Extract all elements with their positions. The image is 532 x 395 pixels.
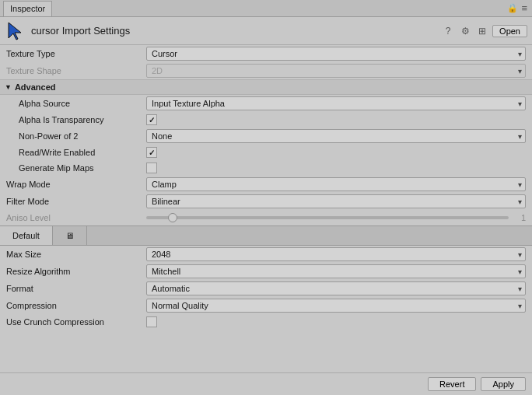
alpha-transparency-label: Alpha Is Transparency: [6, 115, 146, 124]
read-write-label: Read/Write Enabled: [6, 148, 146, 157]
crunch-value: [146, 316, 526, 327]
inspector-tab[interactable]: Inspector: [3, 1, 52, 16]
content-area: Texture Type Cursor Texture Shape 2D: [0, 45, 532, 330]
texture-type-dropdown-wrap: Cursor: [146, 47, 526, 61]
format-value: Automatic: [146, 281, 526, 295]
aniso-level-value: 1: [146, 213, 526, 222]
texture-type-row: Texture Type Cursor: [0, 45, 532, 62]
filter-mode-label: Filter Mode: [6, 197, 146, 206]
monitor-icon: 🖥: [65, 231, 74, 240]
generate-mip-label: Generate Mip Maps: [6, 163, 146, 173]
default-tab-label: Default: [12, 231, 40, 240]
texture-type-value: Cursor: [146, 47, 526, 61]
cursor-icon: [5, 20, 26, 42]
resize-dropdown-wrap: Mitchell: [146, 264, 526, 278]
advanced-section[interactable]: ▼ Advanced: [0, 79, 532, 95]
alpha-source-value: Input Texture Alpha: [146, 96, 526, 110]
generate-mip-checkbox[interactable]: [146, 163, 157, 173]
apply-button[interactable]: Apply: [481, 377, 526, 391]
advanced-label: Advanced: [15, 82, 56, 92]
max-size-row: Max Size 2048: [0, 246, 532, 263]
texture-type-dropdown[interactable]: Cursor: [146, 47, 526, 61]
wrap-mode-value: Clamp: [146, 177, 526, 191]
alpha-transparency-checkbox[interactable]: [146, 114, 157, 125]
resize-label: Resize Algorithm: [6, 267, 146, 276]
crunch-label: Use Crunch Compression: [6, 317, 146, 327]
menu-icon[interactable]: ≡: [521, 2, 527, 14]
header-title: cursor Import Settings: [31, 25, 441, 37]
wrap-mode-dropdown[interactable]: Clamp: [146, 177, 526, 191]
settings-icon[interactable]: ⚙: [458, 24, 472, 38]
wrap-mode-row: Wrap Mode Clamp: [0, 176, 532, 193]
generate-mip-value: [146, 163, 526, 173]
crunch-row: Use Crunch Compression: [0, 314, 532, 330]
advanced-arrow: ▼: [5, 83, 12, 91]
non-power-row: Non-Power of 2 None: [0, 128, 532, 145]
filter-mode-value: Bilinear: [146, 194, 526, 208]
platform-tabs: Default 🖥: [0, 225, 532, 246]
compression-dropdown[interactable]: Normal Quality: [146, 299, 526, 313]
aniso-slider[interactable]: [146, 216, 509, 219]
crunch-checkbox[interactable]: [146, 316, 157, 327]
filter-mode-row: Filter Mode Bilinear: [0, 193, 532, 210]
alpha-transparency-row: Alpha Is Transparency: [0, 112, 532, 128]
resize-row: Resize Algorithm Mitchell: [0, 263, 532, 280]
aniso-level-row: Aniso Level 1: [0, 210, 532, 225]
texture-shape-label: Texture Shape: [6, 66, 146, 75]
read-write-row: Read/Write Enabled: [0, 145, 532, 160]
compression-dropdown-wrap: Normal Quality: [146, 299, 526, 313]
layout-icon[interactable]: ⊞: [475, 24, 489, 38]
non-power-dropdown-wrap: None: [146, 129, 526, 143]
max-size-dropdown-wrap: 2048: [146, 247, 526, 261]
inspector-tab-label: Inspector: [10, 4, 45, 13]
read-write-value: [146, 147, 526, 158]
bottom-bar: Revert Apply: [0, 372, 532, 395]
texture-shape-value: 2D: [146, 64, 526, 78]
filter-mode-dropdown-wrap: Bilinear: [146, 194, 526, 208]
compression-label: Compression: [6, 301, 146, 310]
header-row: cursor Import Settings ? ⚙ ⊞ Open: [0, 17, 532, 45]
help-icon[interactable]: ?: [441, 24, 455, 38]
generate-mip-row: Generate Mip Maps: [0, 160, 532, 176]
svg-marker-0: [9, 23, 21, 40]
wrap-mode-dropdown-wrap: Clamp: [146, 177, 526, 191]
wrap-mode-label: Wrap Mode: [6, 180, 146, 189]
texture-shape-dropdown-wrap: 2D: [146, 64, 526, 78]
tab-default[interactable]: Default: [0, 226, 53, 245]
revert-button[interactable]: Revert: [428, 377, 476, 391]
texture-shape-dropdown: 2D: [146, 64, 526, 78]
tab-monitor[interactable]: 🖥: [53, 226, 87, 245]
texture-shape-row: Texture Shape 2D: [0, 62, 532, 79]
header-actions: ? ⚙ ⊞ Open: [441, 24, 527, 38]
open-button[interactable]: Open: [492, 25, 527, 37]
filter-mode-dropdown[interactable]: Bilinear: [146, 194, 526, 208]
aniso-value: 1: [513, 213, 526, 222]
format-row: Format Automatic: [0, 280, 532, 297]
aniso-level-label: Aniso Level: [6, 213, 146, 222]
alpha-transparency-value: [146, 114, 526, 125]
format-label: Format: [6, 284, 146, 293]
format-dropdown-wrap: Automatic: [146, 281, 526, 295]
resize-dropdown[interactable]: Mitchell: [146, 264, 526, 278]
texture-type-label: Texture Type: [6, 49, 146, 58]
alpha-source-label: Alpha Source: [6, 99, 146, 108]
non-power-label: Non-Power of 2: [6, 131, 146, 141]
read-write-checkbox[interactable]: [146, 147, 157, 158]
max-size-label: Max Size: [6, 250, 146, 259]
max-size-dropdown[interactable]: 2048: [146, 247, 526, 261]
alpha-source-dropdown-wrap: Input Texture Alpha: [146, 96, 526, 110]
compression-row: Compression Normal Quality: [0, 297, 532, 314]
title-bar: Inspector 🔒 ≡: [0, 0, 532, 17]
format-dropdown[interactable]: Automatic: [146, 281, 526, 295]
non-power-dropdown[interactable]: None: [146, 129, 526, 143]
resize-value: Mitchell: [146, 264, 526, 278]
compression-value: Normal Quality: [146, 299, 526, 313]
non-power-value: None: [146, 129, 526, 143]
alpha-source-dropdown[interactable]: Input Texture Alpha: [146, 96, 526, 110]
max-size-value: 2048: [146, 247, 526, 261]
lock-icon[interactable]: 🔒: [507, 3, 518, 13]
alpha-source-row: Alpha Source Input Texture Alpha: [0, 95, 532, 112]
